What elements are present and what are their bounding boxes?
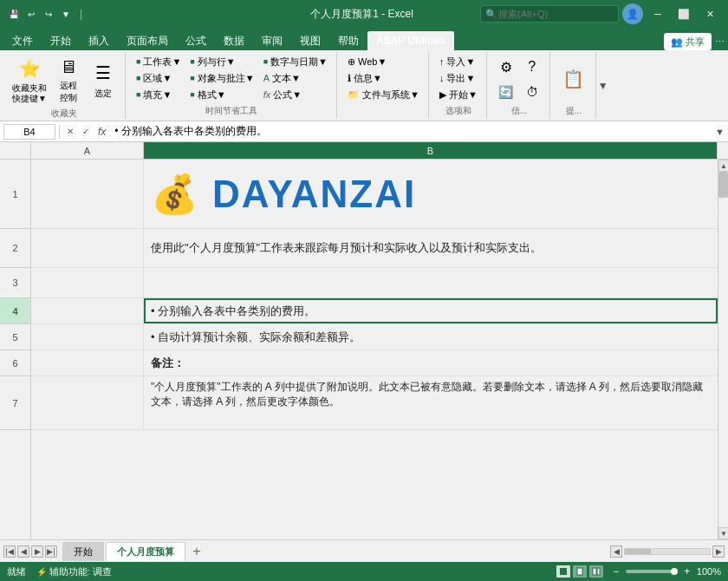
row-header-3[interactable]: 3 [0,268,30,298]
favorites-shortcuts-button[interactable]: ⭐ 收藏夹和快捷键▼ [9,54,50,106]
row-header-1[interactable]: 1 [0,160,30,229]
sheet-nav-last[interactable]: ▶| [45,545,57,558]
cancel-formula-btn[interactable]: ✕ [63,125,77,139]
start-button[interactable]: ▶ 开始▼ [436,87,481,102]
save-icon[interactable]: 💾 [7,7,21,21]
import-button[interactable]: ↑ 导入▼ [436,54,481,69]
cell-reference-input[interactable] [3,124,55,140]
row-header-2[interactable]: 2 [0,229,30,268]
clipboard-button[interactable]: 📋 [557,54,590,103]
tab-formulas[interactable]: 公式 [177,31,215,50]
tab-asap-utilities[interactable]: ASAP Utilities [367,31,454,50]
cell-a7[interactable] [31,376,144,429]
confirm-formula-btn[interactable]: ✓ [79,125,93,139]
cell-b5[interactable]: • 自动计算预计余额、实际余额和差额异。 [144,324,718,349]
gear-button[interactable]: ⚙ [494,54,518,80]
zoom-in-btn[interactable]: + [681,565,693,578]
tab-help[interactable]: 帮助 [329,31,367,50]
cell-a2[interactable] [31,229,144,267]
range-button[interactable]: ■ 区域▼ [133,70,185,86]
file-icon: 📁 [348,89,360,101]
help-button[interactable]: ? [520,54,544,80]
ribbon-group-import-export: ↑ 导入▼ ↓ 导出▼ ▶ 开始▼ 选项和 [431,52,487,119]
tab-review[interactable]: 审阅 [253,31,291,50]
cell-b3[interactable] [144,268,718,297]
close-button[interactable]: ✕ [699,6,721,22]
tab-home[interactable]: 开始 [42,31,80,50]
row-header-4[interactable]: 4 [0,298,30,324]
vertical-scrollbar[interactable]: ▲ ▼ [718,160,728,539]
hscroll-thumb[interactable] [625,549,651,554]
tab-view[interactable]: 视图 [291,31,329,50]
refresh-button[interactable]: 🔄 [494,81,518,102]
formula-button[interactable]: fx 公式▼ [260,87,331,102]
remote-control-button[interactable]: 🖥 远程控制 [52,54,85,106]
ribbon-more-btn[interactable]: ⋯ [715,36,725,48]
hscroll-right[interactable]: ▶ [712,545,725,558]
col-row-button[interactable]: ■ 列与行▼ [186,54,257,69]
favorites-icon: ⭐ [16,55,42,82]
cell-b4[interactable]: • 分别输入各表中各类别的费用。 [144,298,718,323]
share-button[interactable]: 👥 共享 [664,33,712,50]
zoom-out-btn[interactable]: − [610,565,622,578]
cell-b1[interactable]: 💰 DAYANZAI [144,160,718,228]
tab-page-layout[interactable]: 页面布局 [118,31,177,50]
row-headers: 1 2 3 4 5 6 7 [0,160,31,539]
zoom-slider[interactable] [626,570,678,573]
web-button[interactable]: ⊕ Web▼ [344,54,423,69]
redo-icon[interactable]: ↪ [42,7,55,21]
user-avatar[interactable]: 👤 [622,3,643,24]
export-button[interactable]: ↓ 导出▼ [436,70,481,86]
minimize-button[interactable]: ─ [647,6,669,22]
tab-file[interactable]: 文件 [3,31,42,50]
undo-icon[interactable]: ↩ [24,7,38,21]
select-button[interactable]: ☰ 选定 [87,54,120,106]
status-right: − + 100% [556,565,721,578]
text-button[interactable]: A 文本▼ [260,70,331,86]
sheet-tab-budget[interactable]: 个人月度预算 [106,542,185,561]
cell-a6[interactable] [31,350,144,375]
cell-a1[interactable] [31,160,144,228]
scroll-up-btn[interactable]: ▲ [718,160,728,172]
cell-a4[interactable] [31,298,144,323]
worksheet-button[interactable]: ■ 工作表▼ [133,54,185,69]
scroll-thumb[interactable] [718,172,728,198]
tab-insert[interactable]: 插入 [80,31,118,50]
fill-button[interactable]: ■ 填充▼ [133,87,185,102]
sheet-nav-first[interactable]: |◀ [3,545,16,558]
tab-data[interactable]: 数据 [215,31,253,50]
col-header-b[interactable]: B [144,142,718,159]
qat-more-icon[interactable]: ▼ [59,7,73,21]
restore-button[interactable]: ⬜ [673,6,695,22]
object-comment-button[interactable]: ■ 对象与批注▼ [186,70,257,86]
cell-a3[interactable] [31,268,144,297]
cell-b6[interactable]: 备注： [144,350,718,375]
col-header-a[interactable]: A [31,142,144,159]
number-date-button[interactable]: ■ 数字与日期▼ [260,54,331,69]
info-button[interactable]: ℹ 信息▼ [344,70,423,86]
page-layout-icon [575,567,584,576]
cell-b2[interactable]: 使用此"个人月度预算"工作表来跟踪每月预计和实际收入以及预计和实际支出。 [144,229,718,267]
row-header-6[interactable]: 6 [0,350,30,376]
row-header-7[interactable]: 7 [0,376,30,430]
import-export-label: 选项和 [445,103,471,117]
page-break-btn[interactable] [589,565,603,578]
cell-b7[interactable]: "个人月度预算"工作表的 A 列中提供了附加说明。此文本已被有意隐藏。若要删除文… [144,376,718,429]
sheet-tab-start[interactable]: 开始 [62,542,104,561]
sheet-nav-prev[interactable]: ◀ [17,545,29,558]
row-header-5[interactable]: 5 [0,324,30,350]
add-sheet-btn[interactable]: + [187,542,206,561]
search-input[interactable] [480,5,619,23]
normal-view-btn[interactable] [556,565,570,578]
format-button[interactable]: ■ 格式▼ [186,87,257,102]
scroll-down-btn[interactable]: ▼ [718,527,728,539]
sheet-nav-next[interactable]: ▶ [31,545,43,558]
ribbon-scroll-btn[interactable]: ▼ [598,52,608,119]
cell-a5[interactable] [31,324,144,349]
file-system-button[interactable]: 📁 文件与系统▼ [344,87,423,102]
ribbon-content: ⭐ 收藏夹和快捷键▼ 🖥 远程控制 ☰ 选定 收藏夹 ■ 工作表▼ ■ [0,50,728,121]
hscroll-left[interactable]: ◀ [610,545,622,558]
formula-expand-btn[interactable]: ▼ [715,127,725,137]
page-layout-btn[interactable] [573,565,587,578]
timer-button[interactable]: ⏱ [520,81,544,102]
